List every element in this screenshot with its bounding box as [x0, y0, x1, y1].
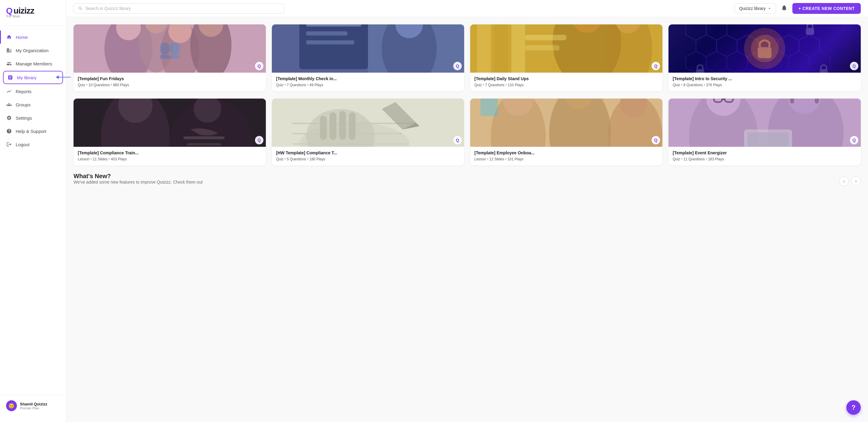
card-body-security: [Template] Intro to Security ... Quiz • …	[669, 73, 861, 91]
bell-icon	[781, 4, 787, 11]
sidebar-item-settings[interactable]: Settings	[0, 111, 66, 124]
card-img-svg	[73, 24, 266, 73]
create-new-content-button[interactable]: + CREATE NEW CONTENT	[792, 3, 861, 14]
library-selector-label: Quizizz library	[739, 6, 766, 11]
sidebar-item-help-support-label: Help & Support	[16, 129, 46, 134]
svg-rect-59	[758, 47, 772, 58]
card-title-compliance-train: [Template] Compliance Train...	[78, 150, 261, 155]
card-quizizz-icon: Q	[850, 62, 858, 70]
card-hw-compliance[interactable]: Q [HW Template] Compliance T... Quiz • 5…	[272, 98, 464, 165]
card-daily-stand-ups[interactable]: Q [Template] Daily Stand Ups Quiz • 7 Qu…	[470, 24, 662, 91]
avatar: 😊	[6, 400, 17, 411]
svg-rect-70	[187, 143, 221, 145]
main-content: Search in Quizizz library Quizizz librar…	[66, 0, 868, 422]
card-event-energizer[interactable]: Q [Template] Event Energizer Quiz • 11 Q…	[669, 98, 861, 165]
sidebar-item-reports-label: Reports	[16, 89, 32, 94]
card-title-event-energizer: [Template] Event Energizer	[673, 150, 857, 155]
svg-rect-102	[747, 132, 789, 147]
search-placeholder: Search in Quizizz library	[85, 6, 131, 11]
card-monthly-check[interactable]: Q [Template] Monthly Check in... Quiz • …	[272, 24, 464, 91]
card-title-hw-compliance: [HW Template] Compliance T...	[276, 150, 460, 155]
card-image-compliance-train: Q	[73, 98, 266, 147]
sidebar-item-logout[interactable]: Logout	[0, 138, 66, 151]
user-profile[interactable]: 😊 Shamil Quizizz Premier Plan	[6, 400, 60, 411]
card-employee-onboa[interactable]: Q [Template] Employee Onboa... Lesson • …	[470, 98, 662, 165]
arrow-annotation	[56, 76, 71, 79]
user-name: Shamil Quizizz	[20, 402, 47, 406]
logo-area: Quizizz For Work	[0, 0, 66, 26]
sidebar-item-my-library-label: My library	[17, 75, 36, 80]
card-img-svg	[272, 24, 464, 73]
svg-rect-27	[525, 45, 559, 51]
card-meta-fun-fridays: Quiz • 10 Questions • 860 Plays	[78, 83, 261, 87]
users-icon	[6, 61, 12, 67]
card-image-security: Q	[669, 24, 861, 73]
card-img-svg	[272, 98, 464, 147]
whats-new-section: What's New? We've added some new feature…	[73, 173, 861, 199]
card-body-monthly: [Template] Monthly Check in... Quiz • 7 …	[272, 73, 464, 91]
card-meta-event-energizer: Quiz • 11 Questions • 183 Plays	[673, 157, 857, 161]
nav-arrows: ‹ ›	[839, 176, 861, 186]
card-meta-security: Quiz • 8 Questions • 376 Plays	[673, 83, 857, 87]
sidebar-item-home[interactable]: Home	[0, 30, 66, 44]
sidebar-nav: Home My Organization Manage Members My l…	[0, 26, 66, 395]
create-label: + CREATE NEW CONTENT	[798, 6, 855, 11]
card-fun-fridays[interactable]: Q [Template] Fun Fridays Quiz • 10 Quest…	[73, 24, 266, 91]
header-right: Quizizz library + CREATE NEW CONTENT	[735, 3, 861, 14]
card-img-svg	[669, 98, 861, 147]
notification-bell-button[interactable]	[781, 4, 787, 13]
svg-rect-19	[477, 24, 491, 73]
sidebar: Quizizz For Work Home My Organization Ma…	[0, 0, 66, 422]
card-quizizz-icon: Q	[453, 136, 462, 144]
sidebar-item-my-library[interactable]: My library	[3, 71, 63, 84]
sidebar-item-help-support[interactable]: Help & Support	[0, 124, 66, 138]
sidebar-item-home-label: Home	[16, 35, 28, 40]
card-image-employee-onboa: Q	[470, 98, 662, 147]
gear-icon	[6, 115, 12, 121]
card-meta-compliance-train: Lesson • 11 Slides • 403 Plays	[78, 157, 261, 161]
svg-rect-26	[525, 35, 566, 40]
svg-rect-11	[299, 24, 368, 69]
help-button[interactable]: ?	[846, 400, 861, 415]
svg-rect-80	[349, 113, 355, 140]
card-img-svg	[470, 24, 662, 73]
user-profile-area: 😊 Shamil Quizizz Premier Plan	[0, 395, 66, 416]
svg-rect-20	[494, 24, 508, 73]
card-image-monthly: Q	[272, 24, 464, 73]
card-title-monthly: [Template] Monthly Check in...	[276, 76, 460, 81]
svg-rect-77	[320, 116, 327, 140]
header: Search in Quizizz library Quizizz librar…	[66, 0, 868, 17]
sidebar-item-my-organization[interactable]: My Organization	[0, 44, 66, 57]
card-intro-security[interactable]: Q [Template] Intro to Security ... Quiz …	[669, 24, 861, 91]
nav-prev-button[interactable]: ‹	[839, 176, 849, 186]
svg-rect-69	[184, 137, 225, 139]
svg-rect-21	[512, 24, 525, 73]
card-title-employee-onboa: [Template] Employee Onboa...	[474, 150, 658, 155]
card-image-stand-ups: Q	[470, 24, 662, 73]
content-area: Q [Template] Fun Fridays Quiz • 10 Quest…	[66, 17, 868, 199]
card-img-svg	[470, 98, 662, 147]
book-icon	[7, 74, 13, 81]
card-quizizz-icon: Q	[255, 136, 264, 144]
chart-icon	[6, 88, 12, 94]
card-image-event-energizer: Q	[669, 98, 861, 147]
sidebar-item-reports[interactable]: Reports	[0, 85, 66, 98]
card-body-stand-ups: [Template] Daily Stand Ups Quiz • 7 Ques…	[470, 73, 662, 91]
svg-rect-90	[480, 98, 498, 116]
library-selector[interactable]: Quizizz library	[735, 3, 776, 13]
card-quizizz-icon: Q	[850, 136, 858, 144]
sidebar-item-settings-label: Settings	[16, 116, 32, 121]
whats-new-subtitle: We've added some new features to improve…	[73, 180, 203, 184]
card-compliance-train[interactable]: Q [Template] Compliance Train... Lesson …	[73, 98, 266, 165]
search-bar[interactable]: Search in Quizizz library	[73, 3, 284, 13]
card-meta-monthly: Quiz • 7 Questions • 49 Plays	[276, 83, 460, 87]
card-body-compliance-train: [Template] Compliance Train... Lesson • …	[73, 147, 266, 165]
building-icon	[6, 47, 12, 53]
card-meta-hw-compliance: Quiz • 5 Questions • 180 Plays	[276, 157, 460, 161]
card-image-hw-compliance: Q	[272, 98, 464, 147]
nav-next-button[interactable]: ›	[851, 176, 861, 186]
card-title-security: [Template] Intro to Security ...	[673, 76, 857, 81]
sidebar-item-manage-members[interactable]: Manage Members	[0, 57, 66, 70]
card-meta-stand-ups: Quiz • 7 Questions • 110 Plays	[474, 83, 658, 87]
sidebar-item-groups[interactable]: Groups	[0, 98, 66, 111]
